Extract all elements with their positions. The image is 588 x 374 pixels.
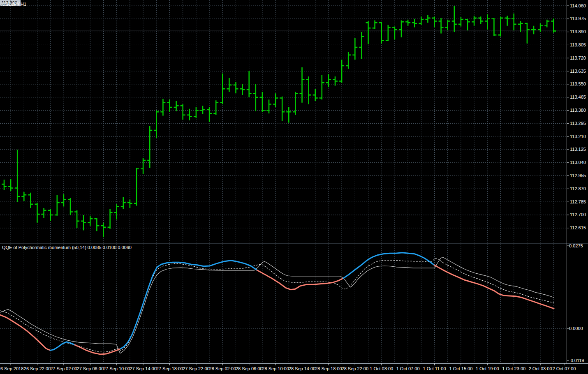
- svg-text:113.295: 113.295: [570, 121, 586, 126]
- panel-frame: [0, 0, 588, 364]
- time-axis[interactable]: 26 Sep 201826 Sep 22:0027 Sep 02:0027 Se…: [0, 363, 576, 371]
- svg-text:26 Sep 2018: 26 Sep 2018: [0, 366, 23, 371]
- svg-text:112.785: 112.785: [570, 199, 586, 204]
- svg-text:112.700: 112.700: [570, 212, 586, 217]
- svg-text:28 Sep 10:00: 28 Sep 10:00: [262, 366, 289, 371]
- svg-text:114.060: 114.060: [570, 3, 586, 8]
- svg-text:27 Sep 10:00: 27 Sep 10:00: [103, 366, 130, 371]
- svg-text:113.805: 113.805: [570, 42, 586, 47]
- svg-text:113.040: 113.040: [570, 160, 586, 165]
- svg-text:113.550: 113.550: [570, 81, 586, 86]
- svg-text:1 Oct 15:00: 1 Oct 15:00: [449, 366, 472, 371]
- svg-text:113.465: 113.465: [570, 95, 586, 99]
- svg-text:113.890: 113.890: [570, 29, 586, 34]
- svg-text:113.210: 113.210: [570, 134, 586, 139]
- svg-text:28 Sep 06:00: 28 Sep 06:00: [236, 366, 262, 371]
- svg-text:27 Sep 22:00: 27 Sep 22:00: [183, 366, 209, 371]
- svg-text:112.955: 112.955: [570, 173, 586, 178]
- svg-text:26 Sep 22:00: 26 Sep 22:00: [24, 366, 51, 371]
- svg-text:113.635: 113.635: [570, 69, 586, 74]
- svg-text:112.615: 112.615: [570, 225, 586, 230]
- indicator-label: QQE of Polychormatic momentum (50,14) 0.…: [2, 245, 132, 250]
- svg-text:27 Sep 02:00: 27 Sep 02:00: [50, 366, 77, 371]
- qqe-momentum-line: [0, 253, 554, 354]
- svg-text:28 Sep 22:00: 28 Sep 22:00: [342, 366, 368, 371]
- svg-text:27 Sep 06:00: 27 Sep 06:00: [77, 366, 104, 371]
- svg-text:27 Sep 14:00: 27 Sep 14:00: [130, 366, 156, 371]
- svg-text:27 Sep 18:00: 27 Sep 18:00: [156, 366, 183, 371]
- svg-text:0.0000: 0.0000: [569, 326, 583, 331]
- svg-text:1 Oct 23:00: 1 Oct 23:00: [502, 366, 525, 371]
- svg-text:0.0275: 0.0275: [569, 243, 583, 248]
- trading-chart-window: 114.060113.975113.890113.805113.720113.6…: [0, 0, 588, 374]
- svg-text:1 Oct 19:00: 1 Oct 19:00: [476, 366, 499, 371]
- svg-text:1 Oct 03:00: 1 Oct 03:00: [370, 366, 393, 371]
- svg-text:1 Oct 11:00: 1 Oct 11:00: [423, 366, 446, 371]
- svg-text:113.975: 113.975: [570, 16, 586, 21]
- grid-lines: [0, 0, 567, 363]
- qqe-signal-dashed-line: [0, 258, 554, 352]
- svg-text:113.720: 113.720: [570, 55, 586, 60]
- svg-text:28 Sep 02:00: 28 Sep 02:00: [209, 366, 236, 371]
- svg-text:28 Sep 14:00: 28 Sep 14:00: [289, 366, 315, 371]
- svg-text:28 Sep 18:00: 28 Sep 18:00: [315, 366, 342, 371]
- price-chart-canvas[interactable]: 114.060113.975113.890113.805113.720113.6…: [0, 0, 588, 374]
- svg-text:2 Oct 03:00: 2 Oct 03:00: [529, 366, 552, 371]
- price-axis[interactable]: 114.060113.975113.890113.805113.720113.6…: [567, 3, 586, 231]
- indicator-axis[interactable]: 0.02750.0000-0.0119: [567, 243, 584, 363]
- svg-text:-0.0119: -0.0119: [569, 358, 584, 363]
- svg-text:1 Oct 07:00: 1 Oct 07:00: [396, 366, 420, 371]
- symbol-label: USDJPY,H1: [2, 2, 26, 7]
- svg-text:113.125: 113.125: [570, 147, 586, 152]
- svg-text:2 Oct 07:00: 2 Oct 07:00: [553, 366, 576, 371]
- svg-text:112.870: 112.870: [570, 186, 586, 191]
- qqe-slow-line: [0, 257, 554, 353]
- svg-text:113.380: 113.380: [570, 108, 586, 113]
- ohlc-bars[interactable]: [2, 6, 556, 237]
